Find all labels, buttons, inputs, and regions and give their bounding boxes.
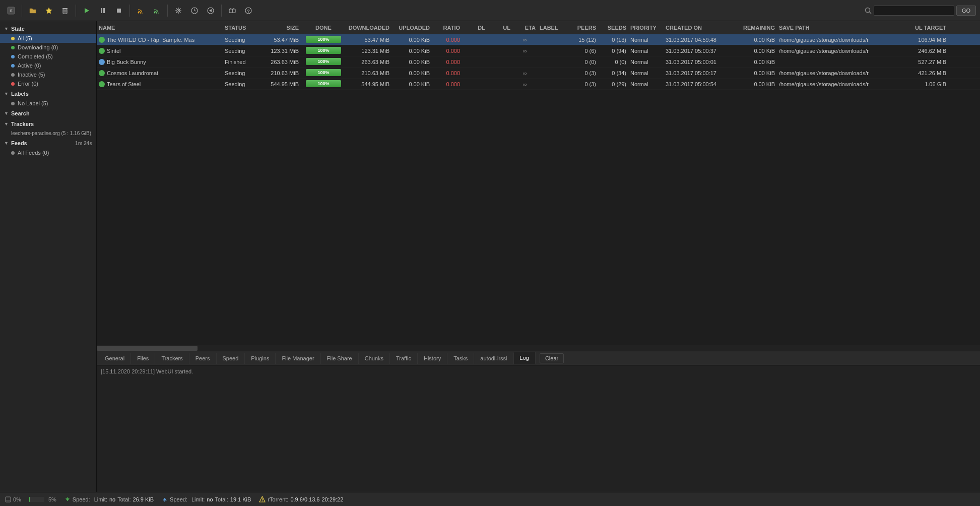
sidebar-item-downloading[interactable]: Downloading (0) — [0, 43, 96, 52]
table-row[interactable]: Cosmos Laundromat Seeding 210.63 MiB 100… — [97, 68, 980, 79]
col-header-label[interactable]: LABEL — [538, 25, 568, 31]
table-row[interactable]: Tears of Steel Seeding 544.95 MiB 100% 5… — [97, 79, 980, 90]
pause-button[interactable] — [96, 4, 110, 18]
svg-rect-7 — [62, 8, 68, 9]
svg-point-12 — [138, 12, 140, 13]
col-header-name[interactable]: NAME — [97, 25, 223, 31]
nav-button[interactable] — [204, 4, 218, 18]
tab-fileshare[interactable]: File Share — [321, 353, 359, 364]
sidebar-inactive-label: Inactive (5) — [18, 72, 45, 78]
torrent-done-3: 100% — [301, 68, 346, 78]
tab-plugins[interactable]: Plugins — [245, 353, 276, 364]
delete-button[interactable] — [58, 4, 72, 18]
torrent-status-2: Finished — [223, 58, 260, 66]
progress-fill-3: 100% — [306, 69, 341, 76]
sidebar-item-completed[interactable]: Completed (5) — [0, 52, 96, 61]
ul-limit-value: no — [207, 496, 213, 502]
trackers-section-header[interactable]: ▼ Trackers — [0, 118, 96, 129]
rss1-button[interactable] — [134, 4, 148, 18]
sidebar-item-allfeeds[interactable]: All Feeds (0) — [0, 148, 96, 157]
torrent-remaining-4: 0.00 KiB — [737, 80, 777, 88]
stop-button[interactable] — [112, 4, 126, 18]
col-header-ratio[interactable]: RATIO — [432, 25, 462, 31]
bookmark-button[interactable] — [42, 4, 56, 18]
col-header-ul[interactable]: UL — [487, 25, 512, 31]
state-chevron: ▼ — [4, 26, 9, 31]
tab-log[interactable]: Log — [514, 352, 536, 364]
torrent-label-2 — [538, 61, 568, 63]
plugin-button[interactable] — [225, 4, 239, 18]
col-header-peers[interactable]: PEERS — [568, 25, 598, 31]
state-section-header[interactable]: ▼ State — [0, 23, 96, 34]
go-button[interactable]: GO — [956, 6, 976, 16]
svg-point-37 — [262, 500, 263, 501]
col-header-savepath[interactable]: SAVE PATH — [777, 25, 903, 31]
sidebar-item-all[interactable]: All (5) — [0, 34, 96, 43]
horizontal-scrollbar[interactable] — [97, 345, 980, 351]
tab-filemanager[interactable]: File Manager — [276, 353, 320, 364]
tab-speed[interactable]: Speed — [217, 353, 245, 364]
col-header-dl[interactable]: DL — [462, 25, 487, 31]
main-search-input[interactable] — [874, 6, 954, 16]
torrent-peers-4: 0 (3) — [568, 80, 598, 88]
tab-traffic[interactable]: Traffic — [390, 353, 418, 364]
col-header-uploaded[interactable]: UPLOADED — [391, 25, 432, 31]
torrent-ratio-1: 0.000 — [432, 47, 462, 55]
tab-general[interactable]: General — [99, 353, 131, 364]
search-section-header[interactable]: ▼ Search — [0, 108, 96, 118]
tab-trackers[interactable]: Trackers — [155, 353, 189, 364]
tab-peers[interactable]: Peers — [189, 353, 217, 364]
clock-button[interactable] — [187, 4, 202, 18]
col-header-status[interactable]: STATUS — [223, 25, 260, 31]
sidebar-item-inactive[interactable]: Inactive (5) — [0, 70, 96, 79]
table-row[interactable]: The WIRED CD - Rip. Sample. Mas Seeding … — [97, 34, 980, 45]
all-dot — [11, 37, 15, 40]
disk-icon — [5, 496, 11, 502]
error-dot — [11, 82, 15, 86]
labels-section-header[interactable]: ▼ Labels — [0, 88, 96, 99]
svg-marker-2 — [46, 8, 52, 14]
torrent-seeds-4: 0 (29) — [598, 80, 628, 88]
col-header-downloaded[interactable]: DOWNLOADED — [346, 25, 391, 31]
sidebar-error-label: Error (0) — [18, 81, 38, 87]
toolbar-separator-4 — [167, 5, 168, 17]
torrent-dlspd-2 — [462, 61, 487, 63]
play-button[interactable] — [80, 4, 94, 18]
torrent-status-4: Seeding — [223, 80, 260, 88]
torrent-status-icon — [99, 59, 105, 65]
rss2-button[interactable] — [150, 4, 164, 18]
col-header-done[interactable]: DONE — [301, 25, 346, 31]
tab-autodl[interactable]: autodl-irssi — [474, 353, 513, 364]
clear-log-button[interactable]: Clear — [540, 353, 564, 363]
col-header-priority[interactable]: PRIORITY — [628, 25, 664, 31]
sidebar-item-error[interactable]: Error (0) — [0, 79, 96, 88]
sidebar-item-tracker[interactable]: leechers-paradise.org (5 : 1.16 GiB) — [0, 129, 96, 138]
col-header-seeds[interactable]: SEEDS — [598, 25, 628, 31]
table-row[interactable]: Sintel Seeding 123.31 MiB 100% 123.31 Mi… — [97, 45, 980, 56]
logo-button[interactable]: rt — [4, 4, 18, 18]
open-folder-button[interactable] — [26, 4, 40, 18]
col-header-size[interactable]: SIZE — [260, 25, 301, 31]
progress-bar-3: 100% — [306, 69, 341, 76]
torrent-ulspd-3 — [487, 72, 512, 74]
col-header-ultarget[interactable]: UL TARGET — [903, 25, 948, 31]
hscroll-thumb[interactable] — [97, 346, 198, 351]
feeds-section-header[interactable]: ▼ Feeds 1m 24s — [0, 138, 96, 148]
tab-tasks[interactable]: Tasks — [447, 353, 474, 364]
col-header-createdon[interactable]: CREATED ON — [664, 25, 737, 31]
col-header-eta[interactable]: ETA — [512, 25, 538, 31]
svg-rect-9 — [101, 8, 102, 13]
table-row[interactable]: Big Buck Bunny Finished 263.63 MiB 100% … — [97, 56, 980, 68]
svg-point-15 — [178, 10, 179, 11]
settings-button[interactable] — [171, 4, 185, 18]
help-button[interactable]: ? — [241, 4, 255, 18]
sidebar-item-nolabel[interactable]: No Label (5) — [0, 99, 96, 108]
torrent-remaining-2: 0.00 KiB — [737, 58, 777, 66]
tab-chunks[interactable]: Chunks — [359, 353, 390, 364]
tab-history[interactable]: History — [418, 353, 447, 364]
svg-marker-20 — [209, 9, 212, 12]
toolbar-separator-2 — [76, 5, 76, 17]
col-header-remaining[interactable]: REMAINING — [737, 25, 777, 31]
tab-files[interactable]: Files — [131, 353, 155, 364]
sidebar-item-active[interactable]: Active (0) — [0, 61, 96, 70]
